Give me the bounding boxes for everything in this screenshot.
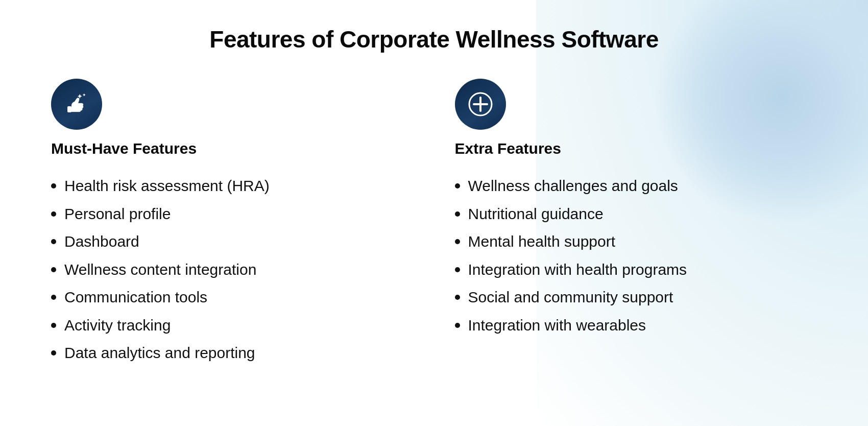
bullet-icon [51, 183, 56, 188]
bullet-icon [51, 350, 56, 356]
bullet-icon [455, 267, 460, 272]
list-item: Dashboard [51, 231, 424, 252]
bullet-icon [51, 323, 56, 328]
must-have-header: ✦ ✦ Must-Have Features [41, 79, 424, 157]
must-have-icon-circle: ✦ ✦ [51, 79, 102, 130]
must-have-title: Must-Have Features [51, 140, 197, 157]
list-item: Social and community support [455, 287, 828, 308]
list-item: Nutritional guidance [455, 204, 828, 225]
extra-features-column: Extra Features Wellness challenges and g… [445, 79, 828, 371]
bullet-icon [51, 267, 56, 272]
list-item: Wellness content integration [51, 259, 424, 280]
list-item: Personal profile [51, 204, 424, 225]
bullet-icon [455, 211, 460, 217]
list-item: Communication tools [51, 287, 424, 308]
bullet-icon [455, 295, 460, 300]
page-title: Features of Corporate Wellness Software [41, 26, 827, 53]
list-item: Data analytics and reporting [51, 343, 424, 364]
list-item: Integration with health programs [455, 259, 828, 280]
main-content: Features of Corporate Wellness Software … [0, 0, 868, 391]
bullet-icon [455, 323, 460, 328]
extra-features-list: Wellness challenges and goals Nutritiona… [445, 176, 828, 336]
extra-features-title: Extra Features [455, 140, 561, 157]
bullet-icon [51, 295, 56, 300]
list-item: Wellness challenges and goals [455, 176, 828, 197]
list-item: Integration with wearables [455, 315, 828, 336]
bullet-icon [51, 211, 56, 217]
plus-circle-icon [467, 90, 494, 118]
extra-features-header: Extra Features [445, 79, 828, 157]
bullet-icon [455, 183, 460, 188]
list-item: Health risk assessment (HRA) [51, 176, 424, 197]
column-divider [434, 79, 435, 371]
extra-features-icon-circle [455, 79, 506, 130]
columns-container: ✦ ✦ Must-Have Features [41, 79, 827, 371]
must-have-column: ✦ ✦ Must-Have Features [41, 79, 424, 371]
list-item: Activity tracking [51, 315, 424, 336]
bullet-icon [455, 239, 460, 244]
svg-text:✦: ✦ [82, 92, 86, 98]
bullet-icon [51, 239, 56, 244]
must-have-list: Health risk assessment (HRA) Personal pr… [41, 176, 424, 364]
svg-rect-2 [67, 106, 71, 112]
thumbs-up-star-icon: ✦ ✦ [63, 90, 90, 118]
list-item: Mental health support [455, 231, 828, 252]
